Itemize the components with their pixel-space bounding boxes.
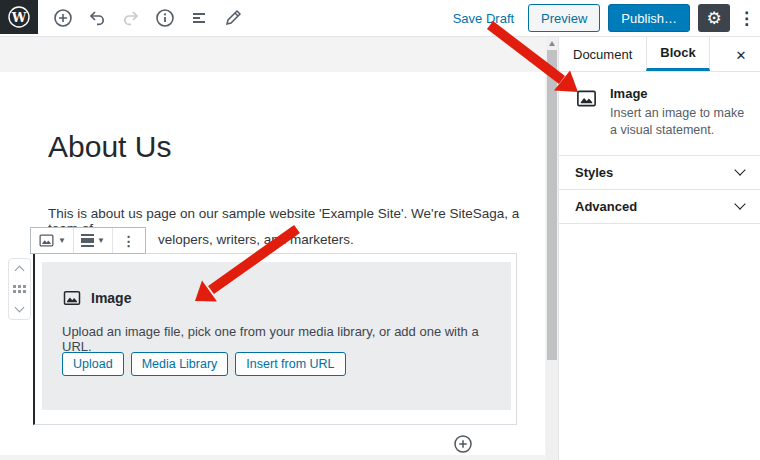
- insert-from-url-button[interactable]: Insert from URL: [235, 352, 345, 376]
- settings-sidebar: Document Block ✕ Image Insert an image t…: [558, 37, 760, 460]
- post-title[interactable]: About Us: [48, 130, 171, 164]
- chevron-down-icon: ▼: [97, 236, 105, 245]
- editor-canvas[interactable]: About Us This is about us page on our sa…: [0, 72, 545, 455]
- block-toolbar: ▼ ▼ ⋮: [30, 227, 146, 254]
- content-structure-button[interactable]: [152, 5, 178, 31]
- vertical-ellipsis-icon: ⋮: [120, 233, 138, 249]
- save-draft-button[interactable]: Save Draft: [447, 7, 520, 30]
- tab-document[interactable]: Document: [559, 37, 646, 71]
- upload-button[interactable]: Upload: [62, 352, 124, 376]
- info-circle-icon: [155, 8, 175, 28]
- placeholder-buttons: Upload Media Library Insert from URL: [62, 352, 346, 376]
- editor-header: W: [0, 0, 760, 37]
- panel-advanced-label: Advanced: [575, 199, 637, 214]
- sidebar-tabs: Document Block ✕: [559, 37, 760, 72]
- canvas-scrollbar[interactable]: [546, 37, 558, 460]
- move-down-button chevron-down-icon[interactable]: [15, 303, 25, 313]
- chevron-down-icon: ▼: [58, 236, 66, 245]
- scroll-up-arrow-icon[interactable]: [549, 41, 555, 46]
- inserter-button[interactable]: [50, 5, 76, 31]
- wordpress-icon: W: [7, 5, 31, 29]
- edit-mode-button[interactable]: [220, 5, 246, 31]
- redo-button[interactable]: [118, 5, 144, 31]
- align-center-icon: [81, 234, 94, 247]
- chevron-down-icon: [734, 199, 745, 210]
- change-alignment-button[interactable]: ▼: [74, 228, 113, 253]
- media-library-button[interactable]: Media Library: [131, 352, 229, 376]
- svg-text:W: W: [11, 10, 27, 25]
- block-navigation-button[interactable]: [186, 5, 212, 31]
- tab-block[interactable]: Block: [646, 37, 709, 71]
- redo-icon: [121, 8, 141, 28]
- block-more-options-button[interactable]: ⋮: [113, 228, 145, 253]
- preview-button[interactable]: Preview: [528, 4, 600, 32]
- image-block-icon: [575, 87, 598, 110]
- placeholder-label: Image: [91, 290, 131, 306]
- block-card: Image Insert an image to make a visual s…: [559, 72, 760, 156]
- panel-styles[interactable]: Styles: [559, 156, 760, 190]
- image-block-icon: [38, 232, 55, 249]
- header-toolbar: [50, 0, 246, 36]
- selected-image-block[interactable]: Image Upload an image file, pick one fro…: [33, 253, 517, 425]
- more-tools-button[interactable]: ⋮: [738, 8, 754, 29]
- close-icon: ✕: [736, 48, 747, 63]
- move-up-button chevron-up-icon[interactable]: [15, 266, 25, 276]
- drag-handle-icon[interactable]: [13, 285, 26, 293]
- pencil-icon: [223, 8, 243, 28]
- plus-circle-icon: [53, 8, 73, 28]
- scrollbar-thumb[interactable]: [547, 50, 557, 360]
- block-card-text: Image Insert an image to make a visual s…: [610, 86, 750, 139]
- placeholder-header: Image: [62, 288, 131, 308]
- paragraph-line-2[interactable]: velopers, writers, and marketers.: [158, 232, 354, 247]
- image-placeholder: Image Upload an image file, pick one fro…: [42, 262, 511, 410]
- chevron-down-icon: [734, 165, 745, 176]
- undo-icon: [87, 8, 107, 28]
- publish-button[interactable]: Publish…: [608, 4, 690, 32]
- change-block-type-button[interactable]: ▼: [31, 228, 74, 253]
- image-block-icon: [62, 288, 82, 308]
- vertical-ellipsis-icon: ⋮: [738, 9, 755, 28]
- gear-icon: ⚙: [706, 8, 721, 29]
- settings-button[interactable]: ⚙: [698, 4, 730, 32]
- placeholder-description: Upload an image file, pick one from your…: [62, 324, 492, 354]
- wordpress-logo[interactable]: W: [0, 0, 38, 34]
- gutenberg-editor: W: [0, 0, 760, 460]
- panel-styles-label: Styles: [575, 165, 613, 180]
- list-lines-icon: [189, 8, 209, 28]
- close-sidebar-button[interactable]: ✕: [732, 46, 750, 64]
- block-card-description: Insert an image to make a visual stateme…: [610, 105, 750, 139]
- add-block-button[interactable]: [453, 434, 473, 454]
- header-actions: Save Draft Preview Publish… ⚙ ⋮: [447, 0, 754, 36]
- block-card-title: Image: [610, 86, 750, 101]
- undo-button[interactable]: [84, 5, 110, 31]
- panel-advanced[interactable]: Advanced: [559, 190, 760, 224]
- plus-circle-icon: [453, 434, 473, 454]
- block-mover: [8, 258, 31, 320]
